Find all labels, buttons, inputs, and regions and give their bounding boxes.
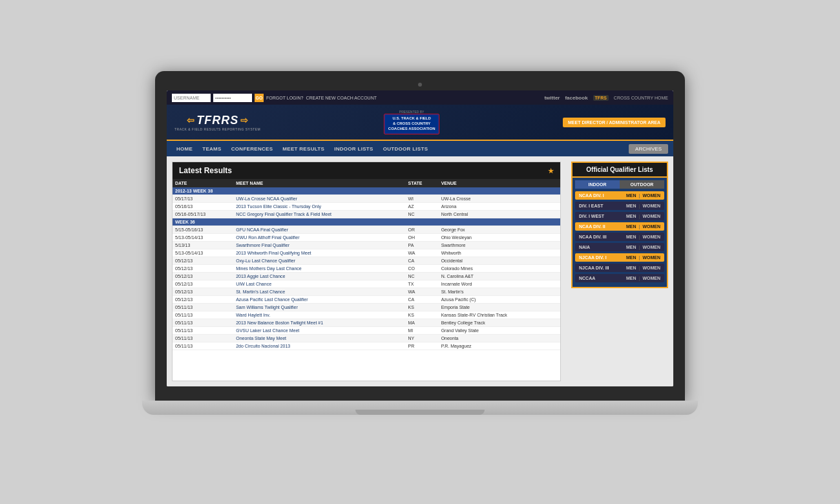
qualifier-row: NAIA MEN | WOMEN: [575, 243, 664, 251]
presented-by: PRESENTED BY U.S. TRACK & FIELD & CROSS …: [384, 110, 440, 134]
cell-meet[interactable]: 2013 Tucson Elite Classic - Thursday Onl…: [233, 203, 405, 211]
qualifier-label: NJCAA DIV. III: [579, 266, 609, 270]
qualifier-women-link[interactable]: WOMEN: [642, 245, 660, 249]
qualifier-men-link[interactable]: MEN: [626, 214, 636, 218]
cell-state: CA: [406, 296, 439, 304]
cell-meet[interactable]: OWU Ron Althoff Final Qualifier: [233, 234, 405, 242]
cell-meet[interactable]: Oneonta State May Meet: [233, 335, 405, 342]
archives-button[interactable]: ARCHIVES: [629, 144, 668, 154]
qualifier-men-link[interactable]: MEN: [626, 245, 636, 249]
qualifier-women-link[interactable]: WOMEN: [642, 204, 660, 208]
table-row: 05/11/13 GVSU Laker Last Chance Meet MI …: [173, 327, 560, 335]
cell-meet[interactable]: Sam Williams Twilight Qualifier: [233, 304, 405, 311]
qualifier-men-link[interactable]: MEN: [626, 224, 636, 229]
cell-meet[interactable]: UIW Last Chance: [233, 280, 405, 288]
cell-meet[interactable]: 2do Circuito Nacional 2013: [233, 342, 405, 350]
meet-link: Oxy-Lu Last Chance Qualifier: [236, 258, 295, 263]
qualifier-women-link[interactable]: WOMEN: [642, 235, 660, 239]
cell-venue: Incarnate Word: [439, 280, 560, 288]
table-row: 05/12/13 Azusa Pacific Last Chance Quali…: [173, 296, 560, 304]
create-account-link[interactable]: CREATE NEW COACH ACCOUNT: [306, 96, 377, 100]
nav-home[interactable]: HOME: [172, 141, 197, 156]
meet-director-button[interactable]: MEET DIRECTOR / ADMINISTRATOR AREA: [563, 118, 666, 127]
cell-state: TX: [406, 280, 439, 288]
cell-meet[interactable]: GFU NCAA Final Qualifier: [233, 226, 405, 234]
meet-link: Azusa Pacific Last Chance Qualifier: [236, 297, 308, 302]
cell-state: CO: [406, 265, 439, 273]
meet-link: GFU NCAA Final Qualifier: [236, 227, 288, 232]
qualifier-links: MEN | WOMEN: [626, 276, 660, 280]
nav-indoor-lists[interactable]: INDOOR LISTS: [330, 141, 378, 156]
qualifier-women-link[interactable]: WOMEN: [642, 276, 660, 280]
twitter-link[interactable]: twitter: [544, 95, 560, 101]
nav-outdoor-lists[interactable]: OUTDOOR LISTS: [379, 141, 433, 156]
cell-state: WA: [406, 249, 439, 257]
qualifier-men-link[interactable]: MEN: [626, 235, 636, 239]
qualifier-women-link[interactable]: WOMEN: [642, 214, 660, 218]
cell-meet[interactable]: GVSU Laker Last Chance Meet: [233, 327, 405, 335]
cell-meet[interactable]: 2013 Aggie Last Chance: [233, 273, 405, 280]
rss-icon[interactable]: ★: [548, 167, 554, 174]
top-bar: GO FORGOT LOGIN? CREATE NEW COACH ACCOUN…: [167, 90, 673, 105]
cell-venue: Grand Valley State: [439, 327, 560, 335]
cell-meet[interactable]: NCC Gregory Final Qualifier Track & Fiel…: [233, 211, 405, 218]
tab-indoor[interactable]: INDOOR: [575, 180, 620, 189]
meet-link: 2013 Whitworth Final Qualifying Meet: [236, 251, 311, 255]
qualifier-men-link[interactable]: MEN: [626, 266, 636, 270]
qualifier-row: NJCAA DIV. I MEN | WOMEN: [575, 253, 664, 262]
password-input[interactable]: [213, 94, 252, 102]
cell-meet[interactable]: Mines Mothers Day Last Chance: [233, 265, 405, 273]
cell-date: 05/12/13: [173, 273, 233, 280]
cell-date: 5/13/13: [173, 242, 233, 249]
qualifier-men-link[interactable]: MEN: [626, 193, 636, 198]
cell-state: NC: [406, 211, 439, 218]
cell-state: WA: [406, 288, 439, 296]
cell-state: PA: [406, 242, 439, 249]
qualifier-women-link[interactable]: WOMEN: [642, 193, 660, 198]
cell-date: 05/12/13: [173, 257, 233, 265]
qualifier-men-link[interactable]: MEN: [626, 255, 636, 260]
qualifier-row: NJCAA DIV. III MEN | WOMEN: [575, 264, 664, 272]
forgot-login-link[interactable]: FORGOT LOGIN?: [266, 96, 303, 100]
nav-bar: HOME TEAMS CONFERENCES MEET RESULTS INDO…: [167, 141, 673, 156]
facebook-link[interactable]: facebook: [565, 95, 587, 101]
qualifier-links: MEN | WOMEN: [626, 255, 660, 260]
qualifier-men-link[interactable]: MEN: [626, 276, 636, 280]
cell-state: MI: [406, 327, 439, 335]
cell-meet[interactable]: 2013 Whitworth Final Qualifying Meet: [233, 249, 405, 257]
cell-meet[interactable]: St. Martin's Last Chance: [233, 288, 405, 296]
qualifier-label: NCAA DIV. I: [579, 193, 604, 198]
cell-date: 5/15-05/16/13: [173, 226, 233, 234]
table-row: 05/11/13 Oneonta State May Meet NY Oneon…: [173, 335, 560, 342]
cell-meet[interactable]: Swarthmore Final Qualifier: [233, 242, 405, 249]
qualifier-row: DIV. I WEST MEN | WOMEN: [575, 212, 664, 220]
cell-venue: Kansas State-RV Christian Track: [439, 311, 560, 319]
cell-venue: Swarthmore: [439, 242, 560, 249]
meet-link: UIW Last Chance: [236, 282, 271, 286]
qualifier-women-link[interactable]: WOMEN: [642, 266, 660, 270]
cell-meet[interactable]: Oxy-Lu Last Chance Qualifier: [233, 257, 405, 265]
qualifier-women-link[interactable]: WOMEN: [642, 255, 660, 260]
nav-conferences[interactable]: CONFERENCES: [227, 141, 278, 156]
tab-outdoor[interactable]: OUTDOOR: [620, 180, 664, 189]
table-row: 05/11/13 2do Circuito Nacional 2013 PR P…: [173, 342, 560, 350]
cell-venue: St. Martin's: [439, 288, 560, 296]
qualifier-women-link[interactable]: WOMEN: [642, 224, 660, 229]
nav-meet-results[interactable]: MEET RESULTS: [278, 141, 329, 156]
cell-meet[interactable]: Ward Haylett Inv.: [233, 311, 405, 319]
table-row: 05/16/13 2013 Tucson Elite Classic - Thu…: [173, 203, 560, 211]
cell-venue: Bentley College Track: [439, 319, 560, 327]
meet-link: Oneonta State May Meet: [236, 336, 286, 341]
qualifier-row: NCAA DIV. I MEN | WOMEN: [575, 191, 664, 200]
username-input[interactable]: [172, 94, 211, 102]
cc-home-link[interactable]: CROSS COUNTRY HOME: [614, 96, 668, 100]
cell-state: KS: [406, 304, 439, 311]
login-button[interactable]: GO: [255, 94, 264, 102]
qualifier-separator: |: [639, 214, 640, 218]
cell-meet[interactable]: UW-La Crosse NCAA Qualifier: [233, 195, 405, 203]
cell-date: 05/11/13: [173, 311, 233, 319]
qualifier-men-link[interactable]: MEN: [626, 204, 636, 208]
cell-meet[interactable]: Azusa Pacific Last Chance Qualifier: [233, 296, 405, 304]
cell-meet[interactable]: 2013 New Balance Boston Twilight Meet #1: [233, 319, 405, 327]
nav-teams[interactable]: TEAMS: [198, 141, 226, 156]
